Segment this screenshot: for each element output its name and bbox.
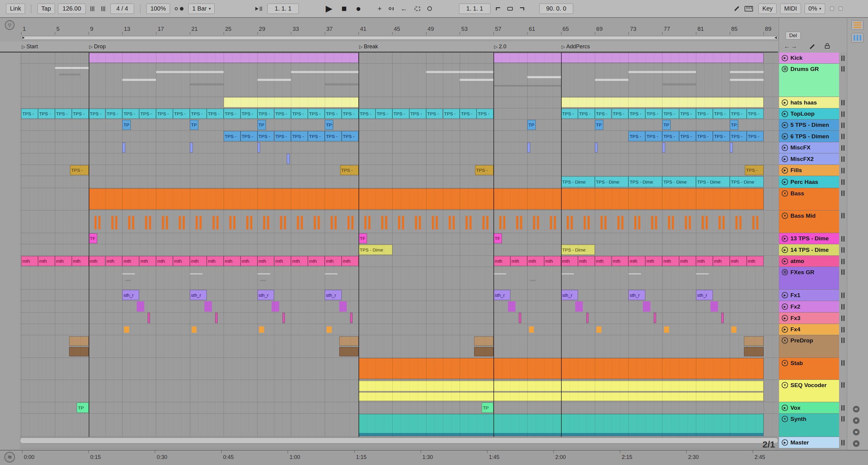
clip[interactable] [721,313,724,323]
clip[interactable] [190,143,193,152]
clip[interactable]: TPS - [747,131,764,141]
track-header-fxes-gr[interactable]: FXes GR [779,267,839,290]
time-signature-field[interactable]: 4 / 4 [111,4,134,14]
session-view-toggle[interactable] [851,33,864,42]
track-header-drums-gr[interactable]: Drums GR [779,64,839,97]
track-lane-synth[interactable] [20,414,778,437]
play-icon[interactable]: ▶ [782,99,788,106]
clip[interactable]: TPS - [696,131,713,141]
clip[interactable] [359,381,764,391]
track-lane-fxes-gr[interactable] [20,267,778,290]
clip[interactable]: mth [241,256,257,266]
track-lane-toploop[interactable]: TPS -TPS -TPS -TPS -TPS -TPS -TPS -TPS -… [20,108,778,120]
stop-button[interactable]: ■ [339,4,349,13]
track-lane-bass[interactable] [20,188,778,210]
track-lane-vox[interactable]: TPTP [20,402,778,414]
clip[interactable] [259,326,264,333]
track-header-miscfx[interactable]: ▶MiscFX [779,142,839,153]
clip[interactable] [215,313,218,323]
clip[interactable] [561,97,764,108]
clip[interactable]: TP [527,120,536,130]
play-icon[interactable]: ▶ [782,315,788,321]
lock-envelopes-button[interactable] [823,42,832,50]
clip[interactable] [69,337,88,346]
clip[interactable] [662,83,696,85]
clip[interactable]: TPS - [392,109,409,119]
clip[interactable]: TPS - Dime [561,176,595,187]
clip[interactable] [125,280,131,281]
clip[interactable] [257,273,270,274]
clip[interactable]: TPS - Dime [561,244,595,255]
clip[interactable]: TPS - [342,109,359,119]
track-header-stab[interactable]: ▼Stab [779,358,839,380]
clip[interactable]: TPS - [679,131,696,141]
clip[interactable]: sth_r [325,290,342,300]
clip[interactable] [339,347,359,356]
track-header-fills[interactable]: ▶Fills [779,165,839,176]
clip[interactable] [527,76,561,78]
track-lane-stab[interactable] [20,358,778,380]
clip[interactable]: TPS - [713,109,730,119]
track-header-synth[interactable]: ▼Synth [779,414,839,437]
clip[interactable]: mth [561,256,578,266]
clip[interactable] [69,347,88,356]
clip[interactable]: TP [190,120,198,130]
cpu-load-meter[interactable]: 0% ▾ [805,4,825,14]
clip[interactable] [89,211,764,232]
track-lane-atmo[interactable]: mthmthmthmthmthmthmthmthmthmthmthmthmthm… [20,256,778,267]
play-icon[interactable]: ▶ [782,55,788,61]
clip[interactable]: TPS - [679,109,696,119]
clip[interactable]: mth [139,256,156,266]
track-lane-fx3[interactable] [20,313,778,324]
clip[interactable] [744,347,763,356]
clip[interactable]: sth_r [696,290,713,300]
clip[interactable]: TPS - [628,109,645,119]
clip[interactable]: TPS - [645,131,662,141]
clip[interactable] [272,301,279,312]
fold-icon[interactable]: ▼ [782,416,788,422]
clip[interactable]: TP [595,120,603,130]
clip[interactable]: TPS - [662,131,679,141]
locator-addpercs[interactable]: ▷AddPercs [562,43,590,50]
clip[interactable]: TPS - [612,109,629,119]
play-icon[interactable]: ▶ [782,247,788,253]
clip[interactable] [628,71,696,73]
loop-length-field[interactable]: 90. 0. 0 [539,4,573,14]
clip[interactable] [350,313,352,323]
play-icon[interactable]: ▶ [782,292,788,298]
mixer-toggle-r[interactable]: R [853,417,860,424]
clip[interactable] [474,347,493,356]
clip[interactable] [710,301,718,312]
clip[interactable]: mth [493,256,510,266]
clip[interactable]: TPS - [274,109,291,119]
clip[interactable]: TPS - [645,109,662,119]
clip[interactable]: TPS - [241,109,257,119]
clip[interactable] [628,273,641,274]
clip[interactable] [287,154,290,164]
clip[interactable]: mth [122,256,139,266]
play-icon[interactable]: ▶ [782,235,788,242]
clip[interactable]: TPS - [70,165,88,175]
clip[interactable] [325,273,337,274]
track-header-predrop[interactable]: ▼PreDrop [779,335,839,358]
track-lane-14-tps-dime[interactable]: TPS - DimeTPS - Dime [20,244,778,256]
clip[interactable]: mth [89,256,105,266]
clip[interactable]: TF [493,233,502,243]
clip[interactable]: TPS - [628,131,645,141]
clip[interactable] [291,71,359,73]
clip[interactable]: mth [713,256,730,266]
clip[interactable] [122,79,156,81]
horizontal-scrollbar[interactable] [20,438,778,443]
record-button[interactable]: ● [353,4,364,13]
clip[interactable] [493,273,506,274]
clip[interactable]: TPS - [662,109,679,119]
clip[interactable]: TP [77,403,88,413]
track-lane-perc-haas[interactable]: TPS - DimeTPS - DimeTPS - DimeTPS - Dime… [20,176,778,188]
key-map-button[interactable]: Key [758,4,777,14]
clip[interactable]: TPS - [291,109,308,119]
play-icon[interactable]: ▶ [782,167,788,174]
clip[interactable]: TF [89,233,97,243]
clip[interactable]: mth [747,256,764,266]
clip[interactable]: mth [612,256,629,266]
clip[interactable] [359,414,764,436]
